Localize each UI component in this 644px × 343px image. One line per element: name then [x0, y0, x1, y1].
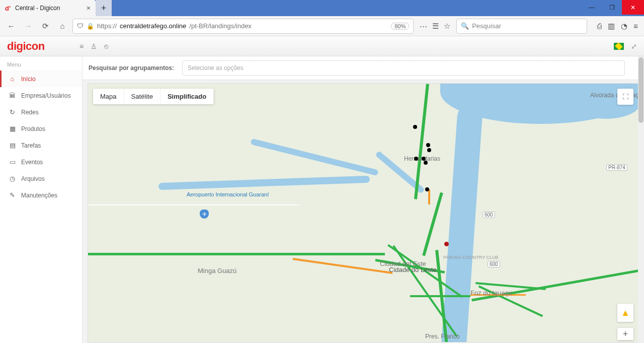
water-trib2	[250, 139, 378, 176]
fullscreen-icon[interactable]: ⤢	[631, 42, 637, 50]
view-satelite-button[interactable]: Satélite	[124, 89, 160, 104]
logout-icon[interactable]: ⎋	[104, 42, 108, 50]
sidebar-item-eventos[interactable]: ▭ Eventos	[0, 154, 82, 170]
sidebar-item-redes[interactable]: ↻ Redes	[0, 104, 82, 120]
map-zoom-in-button[interactable]: +	[617, 328, 633, 340]
sidebar-item-manutencoes[interactable]: ✎ Manutenções	[0, 187, 82, 203]
reader-icon[interactable]: ☰	[432, 22, 439, 31]
browser-search-input[interactable]: 🔍 Pesquisar	[456, 19, 587, 34]
maintenance-icon: ✎	[9, 191, 16, 199]
map-marker[interactable]	[424, 161, 428, 165]
network-icon: ↻	[9, 108, 16, 116]
tab-close-icon[interactable]: ×	[87, 4, 91, 12]
toolbar-right-icons: ⎙ ▥ ◔ ≡	[590, 22, 640, 31]
sidebar-item-label: Eventos	[21, 159, 43, 166]
scrollbar-thumb[interactable]	[638, 57, 643, 123]
content-scrollbar[interactable]	[638, 56, 644, 343]
water-trib1	[158, 176, 370, 190]
sidebar-item-empresa[interactable]: 🏛 Empresa/Usuários	[0, 87, 82, 104]
events-icon: ▭	[9, 158, 16, 166]
road-minor1	[88, 204, 299, 205]
url-bar[interactable]: 🛡 🔒 https://centraldetrafego.online/pt-B…	[72, 19, 414, 34]
nav-home-button[interactable]: ⌂	[55, 19, 69, 33]
menu-icon[interactable]: ≡	[633, 22, 638, 31]
filter-placeholder: Selecione as opções	[188, 64, 244, 72]
filter-select[interactable]: Selecione as opções	[182, 60, 625, 76]
sidebar-item-label: Arquivos	[21, 175, 45, 182]
bookmark-star-icon[interactable]: ☆	[444, 22, 450, 31]
label-aeropuerto: Aeropuerto Internacional Guaraní	[187, 191, 269, 197]
label-pres-franco: Pres. Franco	[425, 333, 460, 340]
url-prefix: https://	[97, 22, 117, 30]
sidebar-item-label: Manutenções	[21, 192, 57, 199]
route-pr874: PR-874	[606, 164, 627, 171]
zoom-badge[interactable]: 80%	[391, 23, 409, 30]
url-bar-group: 🛡 🔒 https://centraldetrafego.online/pt-B…	[72, 19, 587, 34]
label-foz: Foz do Iguaçu	[470, 289, 512, 297]
road-mesh3	[410, 295, 470, 297]
app-logo: digicon	[7, 40, 72, 53]
main-content: Pesquisar por agrupamentos: Selecione as…	[83, 56, 644, 343]
label-minga-guazu: Minga Guazú	[198, 267, 236, 275]
sidebar-toggle-icon[interactable]: ▥	[608, 22, 615, 31]
browser-titlebar: d' Central - Digicon × + — ❐ ✕	[0, 0, 644, 16]
map-marker[interactable]	[426, 143, 430, 147]
map-container[interactable]: Alvorada do Iguaçu Santa Terezinha de It…	[88, 83, 639, 342]
tasks-icon: ▤	[9, 142, 16, 149]
map-marker[interactable]	[444, 242, 449, 246]
search-icon: 🔍	[461, 22, 469, 30]
more-icon[interactable]: ⋯	[420, 22, 427, 31]
map-marker[interactable]	[414, 157, 418, 161]
account-icon[interactable]: ◔	[621, 22, 627, 31]
view-simplificado-button[interactable]: Simplificado	[160, 89, 214, 104]
sidebar-item-label: Redes	[21, 109, 39, 116]
sidebar-item-tarefas[interactable]: ▤ Tarefas	[0, 137, 82, 154]
airport-icon: ✈	[200, 210, 209, 219]
sidebar-item-label: Tarefas	[21, 142, 41, 149]
window-minimize-button[interactable]: —	[582, 0, 602, 15]
label-cidade-do-leste: Cidade do Leste	[389, 266, 437, 273]
url-host: centraldetrafego.online	[120, 22, 186, 30]
nav-forward-button[interactable]: →	[21, 19, 35, 33]
map-fullscreen-button[interactable]: ⛶	[617, 89, 633, 105]
shield-icon: 🛡	[77, 22, 84, 30]
map-marker[interactable]	[427, 148, 431, 152]
streetview-pegman[interactable]: ▲	[617, 304, 633, 322]
view-mapa-button[interactable]: Mapa	[93, 89, 124, 104]
map-marker[interactable]	[413, 125, 417, 129]
route-600b: 600	[488, 261, 500, 267]
url-path: /pt-BR/landings/index	[189, 22, 252, 30]
sidebar-item-label: Produtos	[21, 125, 45, 132]
map-marker[interactable]	[425, 187, 429, 191]
products-icon: ▦	[9, 125, 16, 132]
sidebar-item-arquivos[interactable]: ◷ Arquivos	[0, 170, 82, 187]
company-icon: 🏛	[9, 92, 16, 99]
sidebar-item-label: Início	[21, 76, 36, 83]
app-topbar: digicon ≡ ♙ ⎋ ⤢	[0, 36, 644, 56]
map-marker[interactable]	[422, 157, 426, 161]
brazil-flag-icon[interactable]	[614, 43, 624, 50]
tab-title: Central - Digicon	[15, 5, 60, 12]
road-congestion1	[428, 189, 430, 204]
road-main-n	[414, 84, 429, 199]
sidebar-item-produtos[interactable]: ▦ Produtos	[0, 120, 82, 137]
url-action-icons: ⋯ ☰ ☆	[416, 22, 454, 31]
window-maximize-button[interactable]: ❐	[602, 0, 622, 15]
sidebar-item-label: Empresa/Usuários	[21, 92, 71, 99]
nav-back-button[interactable]: ←	[4, 19, 18, 33]
new-tab-button[interactable]: +	[96, 0, 112, 16]
browser-navbar: ← → ⟳ ⌂ 🛡 🔒 https://centraldetrafego.onl…	[0, 16, 644, 36]
files-icon: ◷	[9, 175, 16, 182]
library-icon[interactable]: ⎙	[597, 22, 602, 31]
tab-favicon: d'	[5, 5, 12, 12]
menu-toggle-icon[interactable]: ≡	[79, 42, 84, 50]
filter-bar: Pesquisar por agrupamentos: Selecione as…	[83, 56, 644, 80]
lock-icon: 🔒	[87, 23, 94, 30]
browser-tab[interactable]: d' Central - Digicon ×	[0, 0, 96, 16]
user-icon[interactable]: ♙	[91, 42, 97, 50]
sidebar-item-inicio[interactable]: ⌂ Início	[0, 71, 82, 87]
water-river	[441, 104, 484, 342]
window-close-button[interactable]: ✕	[622, 0, 644, 15]
search-placeholder: Pesquisar	[472, 22, 501, 30]
nav-reload-button[interactable]: ⟳	[38, 19, 52, 33]
